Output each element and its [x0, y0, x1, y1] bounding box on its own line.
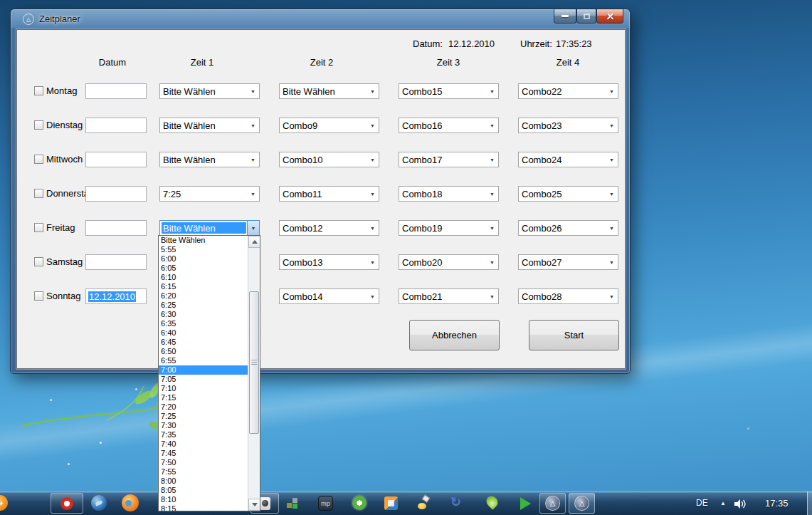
maximize-button[interactable]	[576, 9, 596, 24]
dropdown-item[interactable]: 7:45	[159, 449, 248, 458]
dropdown-item[interactable]: 8:10	[159, 495, 248, 504]
dropdown-item[interactable]: 7:40	[159, 439, 248, 449]
dropdown-item[interactable]: 7:55	[159, 467, 248, 477]
orange-arrow-icon[interactable]: ➔	[0, 495, 8, 511]
combo-montag-zeit1[interactable]: Bitte Wählen	[159, 83, 260, 99]
combo-samstag-zeit3[interactable]: Combo20	[399, 254, 499, 270]
language-indicator[interactable]: DE	[696, 498, 708, 508]
tray-expand-icon[interactable]: ▲	[720, 500, 726, 506]
dropdown-item[interactable]: 8:05	[159, 486, 248, 495]
play-icon[interactable]	[520, 497, 531, 510]
show-desktop-button[interactable]	[807, 491, 812, 515]
dropdown-item[interactable]: 6:45	[159, 338, 248, 347]
dropdown-item[interactable]: 6:15	[159, 282, 248, 291]
dropdown-item[interactable]: 7:00	[159, 365, 248, 375]
dropdown-item[interactable]: 6:05	[159, 264, 248, 273]
dropdown-item[interactable]: 6:55	[159, 356, 248, 365]
icq-flower-icon[interactable]	[352, 496, 367, 510]
checkbox-freitag[interactable]	[34, 223, 43, 232]
datum-input-donnerstag[interactable]	[85, 186, 147, 202]
checkbox-sonntag[interactable]	[34, 291, 43, 301]
dropdown-item[interactable]: 6:50	[159, 347, 248, 356]
combo-dienstag-zeit3[interactable]: Combo16	[399, 118, 499, 133]
datum-input-freitag[interactable]	[85, 220, 147, 236]
datum-input-samstag[interactable]	[85, 254, 147, 270]
close-button[interactable]	[596, 9, 623, 24]
dropdown-item[interactable]: 7:15	[159, 393, 248, 402]
dropdown-item[interactable]: 7:10	[159, 384, 248, 393]
start-button[interactable]: Start	[529, 320, 619, 350]
combo-sonntag-zeit4[interactable]: Combo28	[518, 288, 618, 304]
clock[interactable]: 17:35	[765, 498, 789, 509]
dropdown-item[interactable]: 6:40	[159, 328, 248, 338]
sync-arrows-icon[interactable]: ↻	[450, 494, 461, 509]
dropdown-item[interactable]: 6:10	[159, 273, 248, 282]
combo-montag-zeit2[interactable]: Bitte Wählen	[279, 83, 379, 99]
scroll-down-button[interactable]	[248, 499, 260, 511]
combo-sonntag-zeit3[interactable]: Combo21	[399, 288, 499, 304]
opera-task-button[interactable]	[51, 493, 83, 514]
combo-dienstag-zeit2[interactable]: Combo9	[279, 118, 379, 133]
combo-sonntag-zeit2[interactable]: Combo14	[279, 288, 379, 304]
dropdown-item[interactable]: 7:50	[159, 458, 248, 467]
orange-window-icon[interactable]	[384, 496, 398, 510]
combo-donnerstag-zeit1[interactable]: 7:25	[159, 186, 260, 202]
scrollbar-thumb[interactable]	[249, 291, 259, 434]
combo-dienstag-zeit1[interactable]: Bitte Wählen	[159, 118, 260, 133]
datum-input-dienstag[interactable]	[85, 118, 147, 133]
datum-input-sonntag[interactable]: 12.12.2010	[85, 288, 147, 304]
dropdown-item[interactable]: 7:35	[159, 430, 248, 439]
firefox-icon[interactable]	[122, 494, 139, 511]
checkbox-mittwoch[interactable]	[34, 155, 43, 164]
titlebar[interactable]: △ Zeitplaner	[11, 9, 630, 29]
datum-input-montag[interactable]	[85, 83, 147, 99]
combo-freitag-zeit4[interactable]: Combo26	[518, 220, 618, 236]
dropdown-item[interactable]: 8:15	[159, 504, 248, 511]
dropdown-scrollbar[interactable]	[248, 236, 260, 511]
autoit-task-button-2[interactable]: △	[569, 493, 595, 514]
dropdown-item[interactable]: 7:25	[159, 412, 248, 421]
media-player-icon[interactable]: mp	[318, 496, 333, 511]
combo-freitag-zeit2[interactable]: Combo12	[279, 220, 379, 236]
combo-montag-zeit4[interactable]: Combo22	[518, 83, 618, 99]
combo-mittwoch-zeit1[interactable]: Bitte Wählen	[159, 152, 260, 167]
combo-freitag-zeit3[interactable]: Combo19	[399, 220, 499, 236]
dropdown-item[interactable]: 7:30	[159, 421, 248, 430]
checkbox-dienstag[interactable]	[34, 120, 43, 130]
dropdown-item[interactable]: 6:30	[159, 310, 248, 319]
combo-donnerstag-zeit4[interactable]: Combo25	[518, 186, 618, 202]
dropdown-item[interactable]: 6:20	[159, 291, 248, 301]
dropdown-item[interactable]: 8:00	[159, 477, 248, 486]
usb-icon[interactable]	[416, 495, 432, 511]
dropdown-item[interactable]: 6:35	[159, 319, 248, 328]
checkbox-samstag[interactable]	[34, 257, 43, 266]
combo-samstag-zeit2[interactable]: Combo13	[279, 254, 379, 270]
combo-mittwoch-zeit2[interactable]: Combo10	[279, 152, 379, 167]
scroll-up-button[interactable]	[248, 236, 260, 248]
dropdown-item[interactable]: Bitte Wählen	[159, 236, 248, 245]
combo-donnerstag-zeit2[interactable]: Combo11	[279, 186, 379, 202]
checkbox-donnerstag[interactable]	[34, 189, 43, 198]
combo-samstag-zeit4[interactable]: Combo27	[518, 254, 618, 270]
combo-freitag-zeit1-open[interactable]: Bitte Wählen	[159, 220, 260, 236]
combo-mittwoch-zeit4[interactable]: Combo24	[518, 152, 618, 167]
autoit-task-button-1[interactable]: △	[539, 493, 566, 514]
volume-icon[interactable]	[734, 499, 747, 509]
dropdown-item[interactable]: 7:20	[159, 402, 248, 412]
checkbox-montag[interactable]	[34, 86, 43, 95]
blocks-icon[interactable]	[287, 498, 301, 509]
combo-mittwoch-zeit3[interactable]: Combo17	[399, 152, 499, 167]
combo-montag-zeit3[interactable]: Combo15	[399, 83, 499, 99]
combo-dienstag-zeit4[interactable]: Combo23	[518, 118, 618, 133]
datum-input-mittwoch[interactable]	[85, 152, 147, 167]
green-flame-icon[interactable]	[487, 496, 497, 508]
dropdown-item[interactable]: 6:25	[159, 301, 248, 310]
combo-donnerstag-zeit3[interactable]: Combo18	[399, 186, 499, 202]
thunderbird-icon[interactable]	[91, 495, 107, 511]
dropdown-item[interactable]: 7:05	[159, 375, 248, 384]
row-montag: Montag Bitte Wählen Bitte Wählen Combo15…	[17, 83, 625, 99]
cancel-button[interactable]: Abbrechen	[409, 320, 500, 350]
dropdown-item[interactable]: 5:55	[159, 245, 248, 254]
dropdown-item[interactable]: 6:00	[159, 254, 248, 264]
minimize-button[interactable]	[554, 9, 576, 24]
